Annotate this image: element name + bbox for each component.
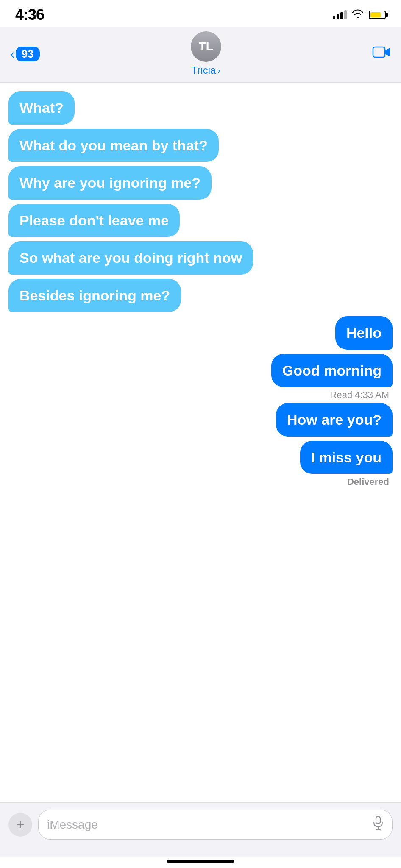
svg-rect-1 xyxy=(376,816,380,824)
signal-icon xyxy=(333,10,347,19)
back-badge-count: 93 xyxy=(16,47,40,61)
status-bar: 4:36 xyxy=(0,0,401,27)
message-row-6: Besides ignoring me? xyxy=(8,279,393,314)
status-icons xyxy=(333,9,386,21)
bubble-5: So what are you doing right now xyxy=(8,241,253,275)
message-row-2: What do you mean by that? xyxy=(8,129,393,164)
message-input-placeholder[interactable]: iMessage xyxy=(47,818,368,832)
svg-rect-0 xyxy=(373,47,385,57)
battery-icon xyxy=(369,11,386,19)
chevron-right-icon: › xyxy=(217,66,220,75)
home-indicator xyxy=(0,857,401,868)
back-chevron-icon: ‹ xyxy=(10,46,15,62)
message-row-10: I miss you Delivered xyxy=(8,441,393,488)
messages-area: What? What do you mean by that? Why are … xyxy=(0,83,401,802)
contact-name-row: Tricia › xyxy=(192,64,220,76)
microphone-icon[interactable] xyxy=(373,816,384,833)
bubble-9: How are you? xyxy=(276,403,393,437)
message-row-9: How are you? xyxy=(8,403,393,438)
contact-info[interactable]: TL Tricia › xyxy=(191,31,221,76)
video-call-button[interactable] xyxy=(372,45,391,63)
delivered-receipt: Delivered xyxy=(347,476,389,487)
bubble-4: Please don't leave me xyxy=(8,204,180,237)
bubble-8: Good morning xyxy=(271,354,393,387)
bubble-2: What do you mean by that? xyxy=(8,129,219,162)
avatar: TL xyxy=(191,31,221,62)
input-area: + iMessage xyxy=(0,802,401,857)
message-row-5: So what are you doing right now xyxy=(8,241,393,276)
wifi-icon xyxy=(352,9,364,21)
status-time: 4:36 xyxy=(15,6,44,24)
bubble-3: Why are you ignoring me? xyxy=(8,166,212,200)
message-input-wrap[interactable]: iMessage xyxy=(38,810,393,840)
message-row-7: Hello xyxy=(8,316,393,351)
read-receipt: Read 4:33 AM xyxy=(330,389,389,401)
home-bar xyxy=(167,860,234,863)
message-row-1: What? xyxy=(8,91,393,126)
add-button[interactable]: + xyxy=(8,813,32,837)
bubble-7: Hello xyxy=(335,316,393,350)
message-row-8: Good morning Read 4:33 AM xyxy=(8,354,393,401)
bubble-1: What? xyxy=(8,91,75,125)
back-button[interactable]: ‹ 93 xyxy=(10,46,40,62)
message-row-4: Please don't leave me xyxy=(8,204,393,239)
nav-header: ‹ 93 TL Tricia › xyxy=(0,27,401,83)
bubble-10: I miss you xyxy=(300,441,393,474)
bubble-6: Besides ignoring me? xyxy=(8,279,181,312)
message-row-3: Why are you ignoring me? xyxy=(8,166,393,201)
